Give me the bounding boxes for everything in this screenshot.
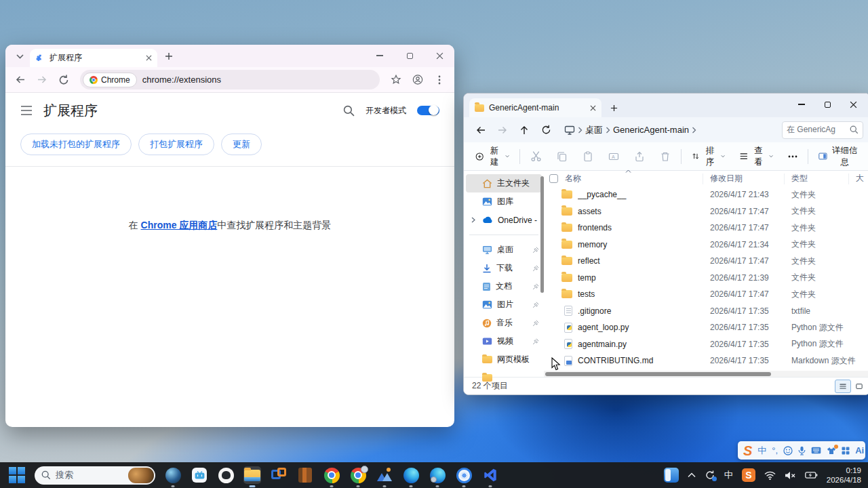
- maximize-button[interactable]: [814, 95, 840, 114]
- skin-icon[interactable]: [827, 447, 836, 455]
- sidebar-item-partial[interactable]: [466, 369, 542, 387]
- breadcrumb-desktop[interactable]: 桌面: [585, 124, 603, 136]
- maximize-button[interactable]: [395, 45, 425, 66]
- back-button[interactable]: [471, 121, 491, 140]
- paste-button[interactable]: [578, 148, 598, 165]
- file-row[interactable]: tests2026/4/17 17:47文件夹: [544, 286, 868, 303]
- explorer-new-tab-button[interactable]: [606, 100, 622, 116]
- widgets-icon[interactable]: [664, 468, 679, 483]
- view-button[interactable]: 查看: [735, 142, 778, 171]
- file-row[interactable]: assets2026/4/17 17:47文件夹: [544, 203, 868, 220]
- new-tab-button[interactable]: [160, 47, 178, 65]
- file-row[interactable]: memory2026/4/17 21:34文件夹: [544, 237, 868, 253]
- minimize-button[interactable]: [365, 45, 395, 66]
- forward-button[interactable]: [492, 121, 513, 140]
- taskbar-search[interactable]: 搜索: [35, 466, 155, 485]
- taskbar-edge-variant[interactable]: [429, 466, 446, 484]
- address-bar[interactable]: Chrome chrome://extensions: [80, 70, 380, 89]
- ai-assistant-button[interactable]: Ai: [855, 445, 864, 455]
- close-button[interactable]: [425, 45, 454, 66]
- sidebar-item-gallery[interactable]: 图库: [466, 192, 542, 211]
- chrome-site-badge[interactable]: Chrome: [83, 73, 137, 87]
- hamburger-menu-icon[interactable]: [20, 106, 33, 115]
- sidebar-item-pictures[interactable]: 图片: [466, 296, 542, 314]
- ime-mode-chinese[interactable]: 中: [757, 445, 766, 457]
- sidebar-item-downloads[interactable]: 下载: [466, 259, 542, 277]
- minimize-button[interactable]: [789, 95, 814, 114]
- explorer-tab[interactable]: GenericAgent-main: [469, 98, 601, 117]
- emoji-icon[interactable]: [783, 446, 793, 455]
- wifi-icon[interactable]: [764, 471, 776, 480]
- column-size[interactable]: 大: [849, 174, 864, 184]
- search-icon[interactable]: [343, 105, 355, 117]
- taskbar-bilibili[interactable]: [191, 466, 208, 484]
- select-all-checkbox[interactable]: [549, 174, 558, 183]
- show-hidden-icons-chevron[interactable]: [688, 472, 696, 478]
- delete-button[interactable]: [655, 148, 675, 165]
- volume-muted-icon[interactable]: [785, 471, 796, 480]
- keyboard-icon[interactable]: [811, 447, 821, 454]
- file-row[interactable]: agent_loop.py2026/4/17 17:35Python 源文件: [544, 319, 868, 336]
- horizontal-scrollbar[interactable]: [544, 371, 868, 377]
- browser-tab-extensions[interactable]: 扩展程序: [30, 49, 157, 67]
- update-button[interactable]: 更新: [221, 134, 262, 155]
- taskbar-app-sphere[interactable]: [164, 466, 182, 484]
- taskbar-vmware[interactable]: [270, 466, 288, 484]
- this-pc-icon[interactable]: [564, 125, 575, 135]
- taskbar-visual-studio[interactable]: [481, 466, 499, 484]
- sync-status-icon[interactable]: [705, 470, 715, 481]
- sort-button[interactable]: 排序: [687, 142, 730, 171]
- file-row[interactable]: agentmain.py2026/4/17 17:35Python 源文件: [544, 336, 868, 353]
- file-row[interactable]: __pycache__2026/4/17 21:43文件夹: [544, 186, 868, 203]
- refresh-button[interactable]: [536, 121, 556, 140]
- pack-extension-button[interactable]: 打包扩展程序: [138, 134, 214, 155]
- sidebar-item-documents[interactable]: 文档: [466, 277, 542, 296]
- taskbar-chrome[interactable]: [323, 466, 340, 484]
- taskbar-mountain-app[interactable]: [376, 466, 393, 484]
- tab-close-icon[interactable]: [590, 105, 596, 111]
- copy-button[interactable]: [552, 148, 572, 165]
- close-button[interactable]: [840, 95, 866, 114]
- file-row[interactable]: frontends2026/4/17 17:47文件夹: [544, 220, 868, 237]
- rename-button[interactable]: A: [604, 148, 624, 165]
- search-highlight-image[interactable]: [128, 468, 154, 483]
- ime-mode-indicator[interactable]: 中: [724, 469, 733, 481]
- menu-button[interactable]: [430, 70, 449, 89]
- file-row[interactable]: CONTRIBUTING.md2026/4/17 17:35Markdown 源…: [544, 352, 868, 369]
- column-type[interactable]: 类型: [785, 174, 849, 184]
- microphone-icon[interactable]: [798, 446, 806, 455]
- details-view-toggle[interactable]: [835, 380, 851, 393]
- expand-chevron-icon[interactable]: [471, 217, 475, 223]
- sogou-logo-icon[interactable]: S: [743, 444, 752, 458]
- file-row[interactable]: .gitignore2026/4/17 17:35txtfile: [544, 303, 868, 320]
- taskbar-clock[interactable]: 0:19 2026/4/18: [827, 466, 861, 485]
- load-unpacked-button[interactable]: 加载未打包的扩展程序: [20, 134, 132, 155]
- large-icons-view-toggle[interactable]: [851, 380, 867, 393]
- column-name[interactable]: 名称: [565, 173, 581, 184]
- details-pane-button[interactable]: 详细信息: [814, 142, 863, 171]
- breadcrumb-current-folder[interactable]: GenericAgent-main: [613, 125, 689, 135]
- taskbar-blue-browser[interactable]: [455, 466, 473, 484]
- taskbar-edge[interactable]: [402, 466, 420, 484]
- url-text[interactable]: chrome://extensions: [142, 75, 221, 85]
- sidebar-item-desktop[interactable]: 桌面: [466, 241, 542, 259]
- sidebar-item-onedrive[interactable]: OneDrive - Per: [466, 211, 542, 229]
- scrollbar-thumb[interactable]: [545, 372, 771, 376]
- taskbar-reader-app[interactable]: [296, 466, 314, 484]
- sidebar-item-web-templates[interactable]: 网页模板: [466, 350, 542, 369]
- toolbox-grid-icon[interactable]: [842, 447, 850, 455]
- new-button[interactable]: 新建: [471, 142, 514, 171]
- cut-button[interactable]: [526, 147, 547, 165]
- taskbar-chrome-profile[interactable]: [349, 466, 367, 484]
- developer-mode-toggle[interactable]: [417, 106, 439, 115]
- chrome-web-store-link[interactable]: Chrome 应用商店: [141, 220, 218, 230]
- file-row[interactable]: reflect2026/4/17 17:47文件夹: [544, 253, 868, 270]
- forward-button[interactable]: [33, 70, 52, 89]
- taskbar-github[interactable]: [217, 466, 235, 484]
- tab-close-icon[interactable]: [146, 55, 152, 61]
- ime-punctuation[interactable]: °,: [772, 445, 778, 455]
- reload-button[interactable]: [54, 70, 73, 89]
- sidebar-item-music[interactable]: 音乐: [466, 314, 542, 332]
- sidebar-item-home[interactable]: 主文件夹: [466, 174, 542, 192]
- profile-avatar-button[interactable]: [408, 70, 427, 89]
